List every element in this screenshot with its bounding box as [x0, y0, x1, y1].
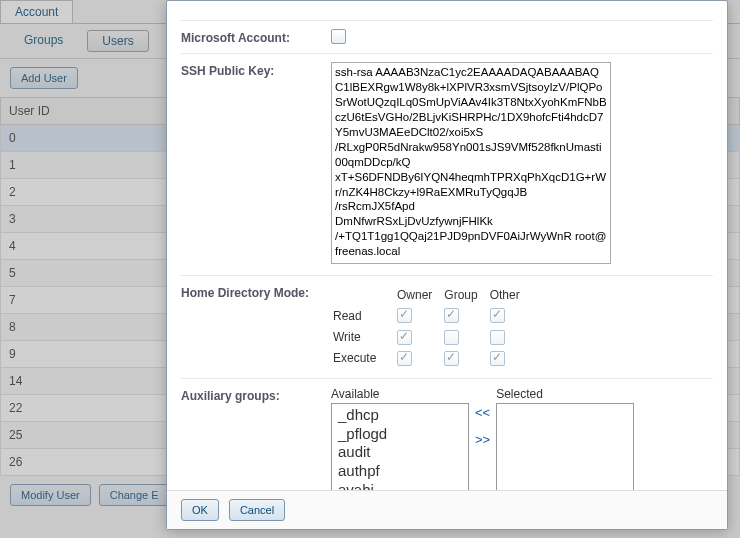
ms-account-checkbox[interactable] [331, 29, 346, 44]
selected-groups-list[interactable] [496, 403, 634, 490]
perm-write-other[interactable] [490, 330, 505, 345]
edit-user-modal: Microsoft Account: SSH Public Key: Home … [166, 0, 728, 530]
available-label: Available [331, 387, 469, 401]
list-item[interactable]: _pflogd [338, 425, 462, 444]
list-item[interactable]: _dhcp [338, 406, 462, 425]
cancel-button[interactable]: Cancel [229, 499, 285, 521]
list-item[interactable]: avahi [338, 481, 462, 490]
available-groups-list[interactable]: _dhcp_pflogdauditauthpfavahibin [331, 403, 469, 490]
list-item[interactable]: audit [338, 443, 462, 462]
perm-row-read: Read [333, 306, 395, 325]
label-ms-account: Microsoft Account: [181, 29, 331, 45]
perm-execute-owner[interactable] [397, 351, 412, 366]
label-aux-groups: Auxiliary groups: [181, 387, 331, 490]
perm-write-owner[interactable] [397, 330, 412, 345]
list-item[interactable]: authpf [338, 462, 462, 481]
perm-read-other[interactable] [490, 308, 505, 323]
perm-col-group: Group [444, 286, 487, 304]
perm-read-group[interactable] [444, 308, 459, 323]
perm-read-owner[interactable] [397, 308, 412, 323]
move-left-button[interactable]: << [475, 405, 490, 420]
move-right-button[interactable]: >> [475, 432, 490, 447]
perm-execute-group[interactable] [444, 351, 459, 366]
ok-button[interactable]: OK [181, 499, 219, 521]
ssh-public-key-input[interactable] [331, 62, 611, 264]
perm-execute-other[interactable] [490, 351, 505, 366]
perm-row-execute: Execute [333, 349, 395, 368]
perm-write-group[interactable] [444, 330, 459, 345]
label-ssh-key: SSH Public Key: [181, 62, 331, 267]
perm-col-other: Other [490, 286, 530, 304]
perm-row-write: Write [333, 327, 395, 346]
perm-col-owner: Owner [397, 286, 442, 304]
label-home-dir-mode: Home Directory Mode: [181, 284, 331, 370]
selected-label: Selected [496, 387, 634, 401]
permissions-grid: Owner Group Other Read Write [331, 284, 532, 370]
